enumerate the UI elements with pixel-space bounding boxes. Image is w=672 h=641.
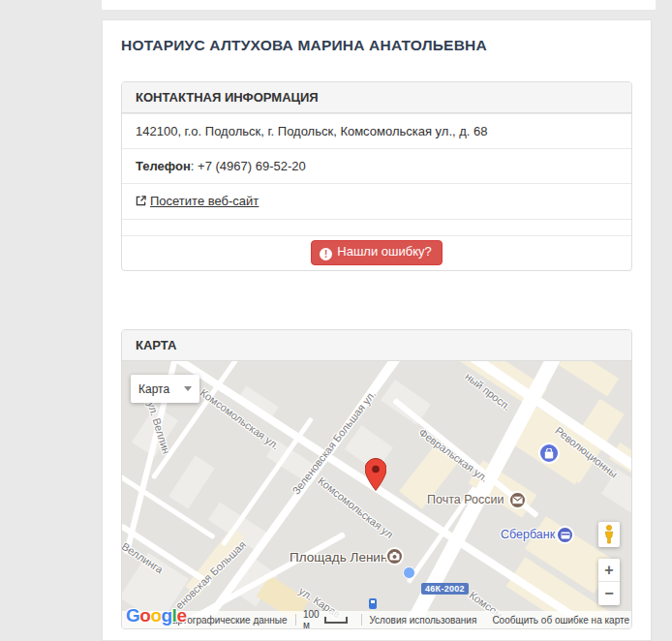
scale-bar xyxy=(324,617,348,624)
report-error-label: Нашли ошибку? xyxy=(337,244,431,259)
map-building xyxy=(601,470,632,515)
map-panel-header: КАРТА xyxy=(122,330,631,361)
address-text: 142100, г.о. Подольск, г. Подольск, Комс… xyxy=(136,124,488,138)
pegman-control[interactable] xyxy=(598,522,620,547)
external-link-icon xyxy=(136,194,146,210)
map-building xyxy=(168,455,214,508)
poi-label-lenin-square[interactable]: Площадь Ленина xyxy=(290,550,395,565)
contact-panel: КОНТАКТНАЯ ИНФОРМАЦИЯ 142100, г.о. Подол… xyxy=(121,81,632,271)
post-office-icon[interactable] xyxy=(508,491,527,509)
shopping-icon[interactable] xyxy=(538,443,560,464)
scale-text: 100 м xyxy=(303,609,320,628)
address-row: 142100, г.о. Подольск, г. Подольск, Комс… xyxy=(122,113,631,148)
phone-value: +7 (4967) 69-52-20 xyxy=(198,159,306,173)
terms-link[interactable]: Условия использования xyxy=(369,615,476,626)
chevron-down-icon xyxy=(184,386,192,391)
map-panel: КАРТА xyxy=(121,329,632,629)
map-building xyxy=(381,380,431,425)
website-row: Посетите веб-сайт xyxy=(122,183,631,219)
map-type-label: Карта xyxy=(138,382,169,396)
poi-label-sberbank[interactable]: Сбербанк xyxy=(501,528,555,541)
google-map[interactable]: ул. Веллин Комсомольская ул. Зеленовская… xyxy=(122,361,632,628)
website-link-label: Посетите веб-сайт xyxy=(150,194,259,208)
zoom-control: + − xyxy=(598,559,620,605)
contact-panel-header: КОНТАКТНАЯ ИНФОРМАЦИЯ xyxy=(122,82,631,113)
empty-row xyxy=(122,219,631,235)
location-marker-pin[interactable] xyxy=(365,458,386,495)
previous-card-remnant xyxy=(102,0,656,10)
zoom-out-button[interactable]: − xyxy=(598,582,620,605)
map-building xyxy=(559,361,619,397)
website-link[interactable]: Посетите веб-сайт xyxy=(136,194,259,208)
report-map-error-link[interactable]: Сообщить об ошибке на карте xyxy=(492,615,629,626)
lenin-square-camera-icon[interactable] xyxy=(385,547,404,565)
zoom-in-button[interactable]: + xyxy=(598,559,620,582)
exclamation-icon: ! xyxy=(320,248,332,260)
map-attribution-bar: Картографические данные 100 м Условия ис… xyxy=(122,611,632,628)
phone-colon: : xyxy=(191,159,195,173)
map-type-dropdown[interactable]: Карта xyxy=(131,375,199,403)
road-shield: 46К-2002 xyxy=(421,583,469,595)
page-title: НОТАРИУС АЛТУХОВА МАРИНА АНАТОЛЬЕВНА xyxy=(121,37,632,54)
google-logo[interactable]: Google xyxy=(126,605,186,626)
phone-label: Телефон xyxy=(136,159,191,173)
content-card: НОТАРИУС АЛТУХОВА МАРИНА АНАТОЛЬЕВНА КОН… xyxy=(102,19,652,641)
poi-label-post-office[interactable]: Почта России xyxy=(427,493,504,506)
sberbank-icon[interactable] xyxy=(556,526,574,544)
phone-row: Телефон: +7 (4967) 69-52-20 xyxy=(122,148,631,183)
transit-stop-icon[interactable] xyxy=(369,598,377,609)
error-button-row: !Нашли ошибку? xyxy=(122,235,631,270)
report-error-button[interactable]: !Нашли ошибку? xyxy=(311,240,442,265)
blue-dot-poi xyxy=(403,566,415,579)
pegman-icon xyxy=(603,525,615,544)
